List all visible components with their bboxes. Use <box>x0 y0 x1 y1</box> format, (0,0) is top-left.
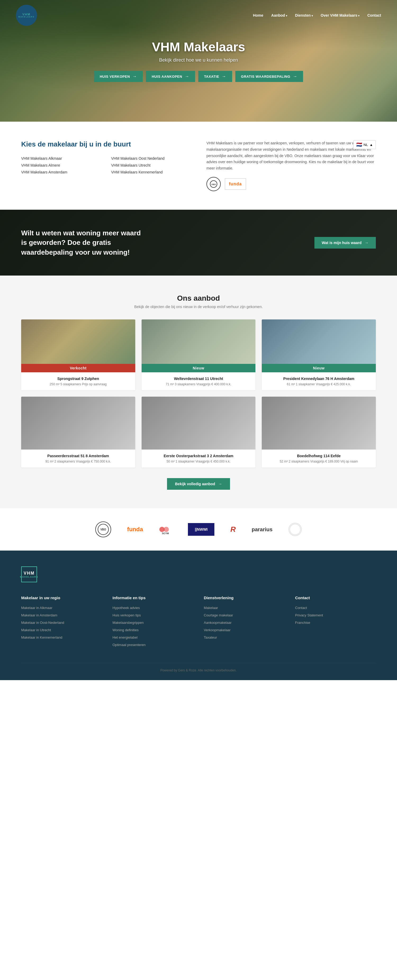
makelaar-link-4[interactable]: VHM Makelaars Utrecht <box>111 163 191 167</box>
footer-link[interactable]: Het energielabel <box>113 635 138 640</box>
footer-link-franchise[interactable]: Franchise <box>295 620 310 625</box>
footer-link[interactable]: Huis verkopen tips <box>113 613 141 617</box>
nav-contact[interactable]: Contact <box>367 13 381 18</box>
property-info-3: Passeerdersstraat 51 8 Amsterdam 91 m² 2… <box>21 450 135 468</box>
footer-link[interactable]: Makelaar in Utrecht <box>21 628 51 632</box>
main-nav: VHM MAKELAARS Home Aanbod Diensten Over … <box>0 0 397 31</box>
footer-col-links-2: Makelaar Courtage makelaar Aankoopmakela… <box>204 605 284 640</box>
property-title-3: Passeerdersstraat 51 8 Amsterdam <box>26 454 131 458</box>
property-badge-0: Verkocht <box>21 364 135 372</box>
property-badge-1: Nieuw <box>142 364 256 372</box>
property-title-1: Weltevrdenstraat 11 Utrecht <box>146 377 252 381</box>
svg-text:VBO: VBO <box>211 183 216 186</box>
footer-link[interactable]: Makelaar in Alkmaar <box>21 606 53 610</box>
property-title-2: President Kennedylaan 76 H Amsterdam <box>266 377 371 381</box>
property-image-3 <box>21 397 135 450</box>
footer: VHM MAKELAARS Makelaar in uw regio Makel… <box>0 550 397 680</box>
svg-text:SCYM: SCYM <box>162 532 169 535</box>
taxatie-btn[interactable]: TAXATIE → <box>198 71 232 82</box>
footer-link[interactable]: Taxateur <box>204 635 217 640</box>
funda-logo-small: funda <box>225 178 246 189</box>
partner-pararius[interactable]: pararius <box>252 527 273 533</box>
makelaar-link-5[interactable]: VHM Makelaars Kennemerland <box>111 170 191 174</box>
property-card-5[interactable]: Boedelhofweg 114 Eefde 52 m² 2 slaapkame… <box>262 397 376 468</box>
waardebepaling-btn[interactable]: GRATIS WAARDEBEPALING → <box>235 71 303 82</box>
svg-point-5 <box>164 527 169 532</box>
property-grid: Verkocht Sprongstraat 9 Zutphen 250 m² 5… <box>21 320 376 468</box>
property-info-1: Weltevrdenstraat 11 Utrecht 71 m² 3 slaa… <box>142 372 256 390</box>
makelaar-link-0[interactable]: VHM Makelaars Alkmaar <box>21 156 100 161</box>
property-details-5: 52 m² 2 slaapkamers Vraagprijs € 189.000… <box>266 460 371 463</box>
makelaar-link-2[interactable]: VHM Makelaars Amsterdam <box>21 170 100 174</box>
footer-col-1: Informatie en tips Hypotheek advies Huis… <box>113 595 193 650</box>
footer-link-contact[interactable]: Contact <box>295 606 307 610</box>
footer-col-0: Makelaar in uw regio Makelaar in Alkmaar… <box>21 595 102 650</box>
nav-diensten[interactable]: Diensten <box>295 13 313 18</box>
footer-columns: Makelaar in uw regio Makelaar in Alkmaar… <box>21 595 376 650</box>
footer-col-links-3: Contact Privacy Statement Franchise <box>295 605 376 625</box>
huis-aankopen-btn[interactable]: HUIS AANKOPEN → <box>146 71 195 82</box>
footer-link[interactable]: Makelaar <box>204 606 218 610</box>
property-card-0[interactable]: Verkocht Sprongstraat 9 Zutphen 250 m² 5… <box>21 320 135 390</box>
nav-over[interactable]: Over VHM Makelaars <box>321 13 359 18</box>
footer-col-3: Contact Contact Privacy Statement Franch… <box>295 595 376 650</box>
property-details-0: 250 m² 5 slaapkamers Prijs op aanvraag <box>26 382 131 386</box>
property-details-4: 50 m² 1 slaapkamer Vraagprijs € 450.000 … <box>146 460 252 463</box>
property-card-4[interactable]: Eerste Oosterparkstraat 3 2 Amsterdam 50… <box>142 397 256 468</box>
site-logo[interactable]: VHM MAKELAARS <box>16 5 37 26</box>
footer-link[interactable]: Makelaar in Amsterdam <box>21 613 57 617</box>
property-title-4: Eerste Oosterparkstraat 3 2 Amsterdam <box>146 454 252 458</box>
footer-col-heading-0: Makelaar in uw regio <box>21 595 102 600</box>
waarde-btn-label: Wat is mijn huis waard <box>322 241 362 245</box>
footer-link[interactable]: Woning definities <box>113 628 139 632</box>
language-selector[interactable]: 🇳🇱 NL ▲ <box>353 140 376 149</box>
footer-link[interactable]: Verkoopmakelaar <box>204 628 231 632</box>
footer-col-links-1: Hypotheek advies Huis verkopen tips Make… <box>113 605 193 647</box>
partner-vbo[interactable]: VBO <box>95 522 111 537</box>
makelaar-link-3[interactable]: VHM Makelaars Oost Nederland <box>111 156 191 161</box>
kies-heading: Kies de makelaar bij u in de buurt <box>21 140 191 148</box>
partner-circle[interactable] <box>289 523 302 536</box>
partner-nwwi[interactable]: ||NWWI <box>188 523 214 536</box>
arrow-icon: → <box>132 74 137 79</box>
bekijk-aanbod-btn[interactable]: Bekijk volledig aanbod → <box>167 478 230 490</box>
bekijk-btn-label: Bekijk volledig aanbod <box>175 482 215 486</box>
nav-links: Home Aanbod Diensten Over VHM Makelaars … <box>253 13 381 18</box>
aanbod-subtitle: Bekijk de objecten die bij ons nieuw in … <box>21 305 376 309</box>
kies-left: Kies de makelaar bij u in de buurt VHM M… <box>21 140 191 174</box>
waarde-cta-btn[interactable]: Wat is mijn huis waard → <box>314 237 376 248</box>
partner-scym[interactable]: SCYM <box>159 524 172 535</box>
arrow-icon: → <box>218 482 222 486</box>
footer-link[interactable]: Aankoopmakelaar <box>204 620 231 625</box>
footer-link[interactable]: Makelaar in Oost-Nederland <box>21 620 64 625</box>
kies-right: VHM Makelaars is uw partner voor het aan… <box>206 140 376 191</box>
footer-link[interactable]: Makelaar in Kennemerland <box>21 635 62 640</box>
footer-bottom: Powered by Gers & Roze. Alle rechten voo… <box>21 663 376 672</box>
kies-links: VHM Makelaars Alkmaar VHM Makelaars Oost… <box>21 156 191 174</box>
footer-col-heading-2: Dienstverlening <box>204 595 284 600</box>
waarde-text: Wilt u weten wat woning meer waard is ge… <box>21 228 148 257</box>
lang-label: NL <box>364 143 368 147</box>
nav-home[interactable]: Home <box>253 13 263 18</box>
property-card-2[interactable]: Nieuw President Kennedylaan 76 H Amsterd… <box>262 320 376 390</box>
nav-aanbod[interactable]: Aanbod <box>271 13 287 18</box>
partner-r[interactable]: R <box>230 525 236 534</box>
huis-verkopen-btn[interactable]: HUIS VERKOPEN → <box>94 71 143 82</box>
makelaar-link-1[interactable]: VHM Makelaars Almere <box>21 163 100 167</box>
partner-funda[interactable]: funda <box>127 526 143 533</box>
partner-logos-small: VBO funda <box>206 177 376 191</box>
footer-link-privacy[interactable]: Privacy Statement <box>295 613 323 617</box>
waarde-banner: Wilt u weten wat woning meer waard is ge… <box>0 210 397 275</box>
footer-link[interactable]: Makelaarsbegrippen <box>113 620 144 625</box>
property-card-1[interactable]: Nieuw Weltevrdenstraat 11 Utrecht 71 m² … <box>142 320 256 390</box>
hero-subtitle: Bekijk direct hoe we u kunnen helpen <box>94 57 303 63</box>
footer-link[interactable]: Optimaal presenteren <box>113 643 145 647</box>
property-title-5: Boedelhofweg 114 Eefde <box>266 454 371 458</box>
hero-content: VHM Makelaars Bekijk direct hoe we u kun… <box>94 40 303 82</box>
property-card-3[interactable]: Passeerdersstraat 51 8 Amsterdam 91 m² 2… <box>21 397 135 468</box>
hero-buttons: HUIS VERKOPEN → HUIS AANKOPEN → TAXATIE … <box>94 71 303 82</box>
footer-link[interactable]: Hypotheek advies <box>113 606 140 610</box>
footer-link[interactable]: Courtage makelaar <box>204 613 233 617</box>
property-info-5: Boedelhofweg 114 Eefde 52 m² 2 slaapkame… <box>262 450 376 468</box>
property-info-0: Sprongstraat 9 Zutphen 250 m² 5 slaapkam… <box>21 372 135 390</box>
